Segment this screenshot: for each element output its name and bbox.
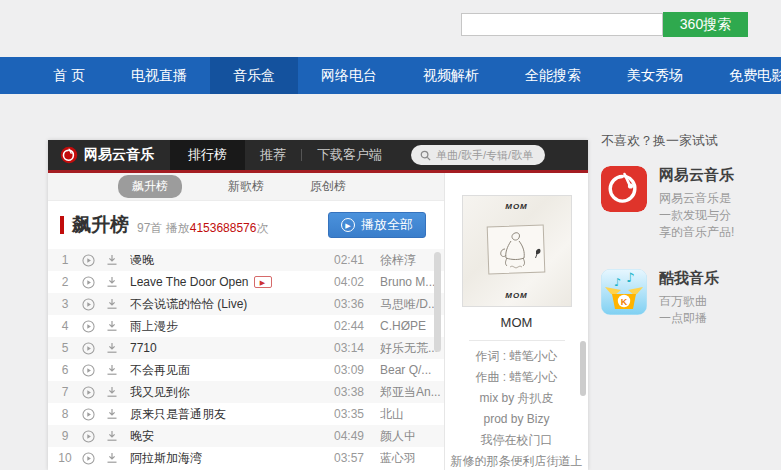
playlist-title: 飙升榜: [72, 212, 129, 238]
download-icon[interactable]: [106, 254, 121, 266]
alternative-netease[interactable]: 网易云音乐 网易云音乐是一款发现与分享的音乐产品!: [601, 166, 776, 241]
song-row[interactable]: 5: [48, 337, 444, 359]
song-title-cell[interactable]: 阿拉斯加海湾 ▶: [130, 450, 334, 467]
tab-download-client[interactable]: 下载客户端: [302, 140, 397, 170]
player-search-input[interactable]: [436, 149, 536, 161]
song-row[interactable]: 6: [48, 359, 444, 381]
download-icon[interactable]: [106, 408, 121, 420]
player-search-box[interactable]: [411, 145, 545, 165]
download-icon[interactable]: [106, 320, 121, 332]
song-duration: 03:35: [334, 407, 380, 421]
play-icon[interactable]: [82, 342, 97, 355]
nav-item-music-box[interactable]: 音乐盒: [210, 57, 298, 94]
tab-rank[interactable]: 排行榜: [170, 140, 245, 170]
alternatives-sidebar: 不喜欢？换一家试试 网易云音乐 网易云音乐是一款发现与分享的音乐产品!: [601, 132, 776, 355]
song-title-cell[interactable]: 谩晚 ▶: [130, 252, 334, 269]
song-title: 不会再见面: [130, 362, 190, 379]
song-row[interactable]: 7: [48, 381, 444, 403]
song-duration: 02:41: [334, 253, 380, 267]
song-title-cell[interactable]: 不会再见面 ▶: [130, 362, 334, 379]
download-icon[interactable]: [106, 364, 121, 376]
alternative-name[interactable]: 酷我音乐: [659, 269, 719, 288]
song-title-cell[interactable]: 7710 ▶: [130, 341, 334, 355]
song-artist[interactable]: 郑亚当An...: [380, 384, 444, 401]
nav-item-tv-live[interactable]: 电视直播: [108, 57, 210, 94]
song-list: 1: [48, 249, 444, 470]
play-icon[interactable]: [82, 386, 97, 399]
alternative-kuwo[interactable]: K ♪ ♪ 酷我音乐 百万歌曲一点即播: [601, 269, 776, 327]
song-artist[interactable]: 颜人中: [380, 428, 444, 445]
netease-app-icon[interactable]: [601, 166, 647, 212]
play-count-number: 4153688576: [190, 221, 257, 235]
mv-badge-icon[interactable]: ▶: [254, 276, 272, 288]
song-title: 原来只是普通朋友: [130, 406, 226, 423]
song-rank: 2: [48, 275, 82, 289]
now-playing-pane: MOM MOM MOM 作词 : 蜡笔小心: [444, 173, 588, 470]
song-title-cell[interactable]: Leave The Door Open ▶: [130, 275, 334, 289]
song-row[interactable]: 1: [48, 249, 444, 271]
search-button[interactable]: 360搜索: [663, 12, 748, 37]
subtab-new-songs-chart[interactable]: 新歌榜: [228, 178, 264, 195]
search-icon: [420, 150, 431, 161]
play-all-button[interactable]: ▶ 播放全部: [328, 212, 426, 238]
song-row[interactable]: 3: [48, 293, 444, 315]
song-rank: 5: [48, 341, 82, 355]
song-artist[interactable]: 北山: [380, 406, 444, 423]
song-title-cell[interactable]: 不会说谎的恰恰 (Live) ▶: [130, 296, 334, 313]
play-icon[interactable]: [82, 276, 97, 289]
song-title-cell[interactable]: 我又见到你 ▶: [130, 384, 334, 401]
song-duration: 03:57: [334, 451, 380, 465]
playlist-stats: 97首 播放4153688576次: [137, 220, 268, 237]
play-count-label: 播放: [166, 221, 190, 235]
song-row[interactable]: 10: [48, 447, 444, 469]
play-icon[interactable]: [82, 408, 97, 421]
download-icon[interactable]: [106, 276, 121, 288]
song-artist[interactable]: 蓝心羽: [380, 450, 444, 467]
download-icon[interactable]: [106, 298, 121, 310]
svg-text:K: K: [621, 297, 628, 307]
song-count: 97首: [137, 221, 162, 235]
download-icon[interactable]: [106, 342, 121, 354]
alternative-desc: 网易云音乐是一款发现与分享的音乐产品!: [659, 190, 734, 241]
album-art[interactable]: MOM MOM: [462, 195, 572, 307]
nav-item-video-parse[interactable]: 视频解析: [400, 57, 502, 94]
subtab-surge-chart[interactable]: 飙升榜: [118, 175, 182, 198]
nav-item-omni-search[interactable]: 全能搜索: [502, 57, 604, 94]
nav-item-free-movies[interactable]: 免费电影: [706, 57, 781, 94]
play-icon[interactable]: [82, 320, 97, 333]
song-title: 我又见到你: [130, 384, 190, 401]
tab-recommend[interactable]: 推荐: [245, 140, 301, 170]
netease-brand[interactable]: 网易云音乐: [48, 146, 170, 164]
lyrics-scrollbar-thumb[interactable]: [580, 341, 586, 396]
song-row[interactable]: 2: [48, 271, 444, 293]
search-input[interactable]: [461, 13, 663, 36]
song-row[interactable]: 4: [48, 315, 444, 337]
song-title-cell[interactable]: 晚安 ▶: [130, 428, 334, 445]
song-rank: 10: [48, 451, 82, 465]
song-rank: 9: [48, 429, 82, 443]
download-icon[interactable]: [106, 430, 121, 442]
download-icon[interactable]: [106, 452, 121, 464]
play-icon[interactable]: [82, 298, 97, 311]
svg-text:♪: ♪: [626, 270, 634, 285]
song-title-cell[interactable]: 原来只是普通朋友 ▶: [130, 406, 334, 423]
song-artist[interactable]: Bear Q/...: [380, 363, 444, 377]
song-title-cell[interactable]: 雨上漫步 ▶: [130, 318, 334, 335]
play-count-suffix: 次: [256, 221, 268, 235]
nav-item-beauty-show[interactable]: 美女秀场: [604, 57, 706, 94]
song-row[interactable]: 9: [48, 425, 444, 447]
player-header: 网易云音乐 排行榜 推荐 下载客户端: [48, 140, 588, 170]
kuwo-app-icon[interactable]: K ♪ ♪: [601, 269, 647, 315]
play-icon[interactable]: [82, 254, 97, 267]
top-search-bar: 360搜索: [0, 0, 781, 57]
song-row[interactable]: 8: [48, 403, 444, 425]
list-scrollbar-thumb[interactable]: [434, 252, 441, 352]
nav-item-net-radio[interactable]: 网络电台: [298, 57, 400, 94]
nav-item-home[interactable]: 首 页: [30, 57, 108, 94]
subtab-original-chart[interactable]: 原创榜: [310, 178, 346, 195]
play-icon[interactable]: [82, 452, 97, 465]
alternative-name[interactable]: 网易云音乐: [659, 166, 734, 185]
download-icon[interactable]: [106, 386, 121, 398]
play-icon[interactable]: [82, 430, 97, 443]
play-icon[interactable]: [82, 364, 97, 377]
